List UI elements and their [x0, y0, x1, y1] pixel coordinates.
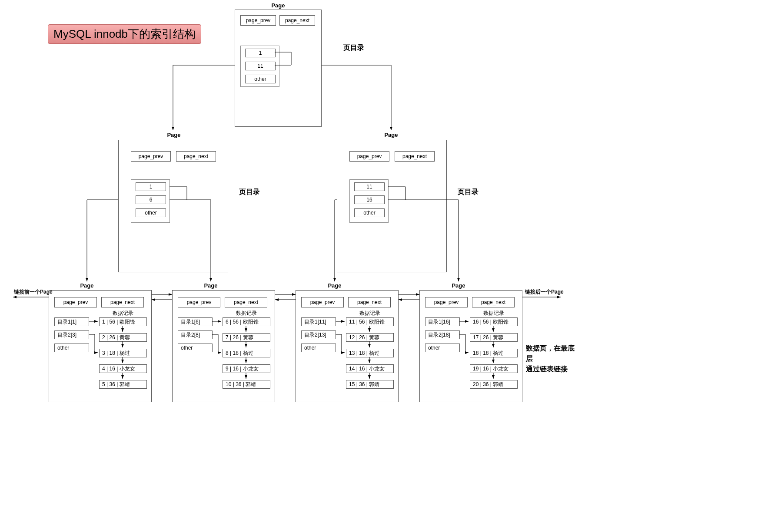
- root-slot-group: 1 11 other: [240, 46, 279, 87]
- mid1-slot-2: other: [354, 208, 385, 217]
- leaf3-row-3: 19 | 16 | 小龙女: [470, 364, 518, 373]
- leaf2-row-4: 15 | 36 | 郭靖: [346, 380, 394, 389]
- leaf2-page-prev: page_prev: [301, 297, 344, 307]
- leaf3-row-0: 16 | 56 | 欧阳锋: [470, 317, 518, 326]
- mid0-slot-group: 1 6 other: [131, 179, 170, 223]
- mid1-slot-1: 16: [354, 195, 385, 204]
- mid0-slot-0: 1: [136, 182, 166, 191]
- note-line1: 数据页，在最底层: [526, 344, 575, 362]
- leaf1-row-4: 10 | 36 | 郭靖: [223, 380, 270, 389]
- mid0-page-label: Page: [161, 132, 187, 138]
- leaf2-page-box: page_prev page_next 数据记录 目录1[11] 目录2[13]…: [296, 290, 399, 402]
- leaf2-row-2: 13 | 18 | 杨过: [346, 349, 394, 357]
- mid1-dir-label: 页目录: [458, 188, 479, 197]
- mid1-slot-group: 11 16 other: [349, 179, 389, 223]
- mid0-slot-1: 6: [136, 195, 166, 204]
- mid0-dir-label: 页目录: [239, 188, 260, 197]
- mid1-slot-0: 11: [354, 182, 385, 191]
- leaf0-dir-2: other: [54, 344, 89, 352]
- leaf1-row-2: 8 | 18 | 杨过: [223, 349, 270, 357]
- leaf3-page-label: Page: [445, 282, 472, 289]
- leaf3-page-next: page_next: [472, 297, 515, 307]
- leaf3-row-1: 17 | 26 | 黄蓉: [470, 333, 518, 342]
- leaf2-page-next: page_next: [348, 297, 391, 307]
- root-dir-label: 页目录: [343, 43, 364, 53]
- leaf1-page-box: page_prev page_next 数据记录 目录1[6] 目录2[8] o…: [172, 290, 275, 402]
- root-page-box: page_prev page_next 1 11 other: [235, 10, 322, 127]
- leaf0-row-3: 4 | 16 | 小龙女: [99, 364, 147, 373]
- title-banner: MySQL innodb下的索引结构: [48, 24, 201, 44]
- leaf1-row-0: 6 | 56 | 欧阳锋: [223, 317, 270, 326]
- leaf2-row-1: 12 | 26 | 黄蓉: [346, 333, 394, 342]
- leaf1-page-next: page_next: [225, 297, 267, 307]
- leaf0-row-2: 3 | 18 | 杨过: [99, 349, 147, 357]
- leaf0-page-prev: page_prev: [54, 297, 97, 307]
- leaf3-record-label: 数据记录: [481, 310, 507, 317]
- note-line2: 通过链表链接: [526, 365, 568, 373]
- leaf1-dir-0: 目录1[6]: [178, 317, 213, 326]
- leaf2-row-0: 11 | 56 | 欧阳锋: [346, 317, 394, 326]
- leaf2-dir-2: other: [301, 344, 336, 352]
- mid0-page-next: page_next: [176, 151, 216, 162]
- root-slot-2: other: [245, 75, 276, 83]
- root-page-next: page_next: [279, 15, 315, 26]
- leaf0-row-0: 1 | 56 | 欧阳锋: [99, 317, 147, 326]
- leaf3-row-2: 18 | 18 | 杨过: [470, 349, 518, 357]
- leaf1-page-label: Page: [198, 282, 224, 289]
- leaf3-dir-1: 目录2[18]: [425, 330, 460, 339]
- leaf3-dir-2: other: [425, 344, 460, 352]
- leaf0-dir-0: 目录1[1]: [54, 317, 89, 326]
- leaf1-dir-1: 目录2[8]: [178, 330, 213, 339]
- leaf2-row-3: 14 | 16 | 小龙女: [346, 364, 394, 373]
- leaf2-page-label: Page: [322, 282, 348, 289]
- leaf3-page-box: page_prev page_next 数据记录 目录1[16] 目录2[18]…: [419, 290, 522, 402]
- leaf2-dir-1: 目录2[13]: [301, 330, 336, 339]
- mid0-page-box: page_prev page_next 1 6 other: [118, 140, 228, 272]
- root-slot-0: 1: [245, 49, 276, 57]
- leaf0-page-label: Page: [74, 282, 100, 289]
- leaf3-dir-0: 目录1[16]: [425, 317, 460, 326]
- leaf2-record-label: 数据记录: [357, 310, 383, 317]
- leaf3-row-4: 20 | 36 | 郭靖: [470, 380, 518, 389]
- leaf1-row-1: 7 | 26 | 黄蓉: [223, 333, 270, 342]
- leaf1-dir-2: other: [178, 344, 213, 352]
- leaf1-page-prev: page_prev: [178, 297, 220, 307]
- leaf0-row-1: 2 | 26 | 黄蓉: [99, 333, 147, 342]
- data-page-note: 数据页，在最底层 通过链表链接: [526, 343, 578, 374]
- leaf3-page-prev: page_prev: [425, 297, 468, 307]
- link-next-label: 链接后一个Page: [525, 288, 564, 296]
- mid0-slot-2: other: [136, 208, 166, 217]
- link-prev-label: 链接前一个Page: [14, 288, 53, 296]
- mid1-page-next: page_next: [395, 151, 435, 162]
- leaf1-record-label: 数据记录: [233, 310, 259, 317]
- root-page-prev: page_prev: [240, 15, 276, 26]
- mid1-page-box: page_prev page_next 11 16 other: [337, 140, 447, 272]
- mid1-page-label: Page: [378, 132, 404, 138]
- leaf2-dir-0: 目录1[11]: [301, 317, 336, 326]
- leaf0-dir-1: 目录2[3]: [54, 330, 89, 339]
- root-page-label: Page: [265, 2, 291, 9]
- mid1-page-prev: page_prev: [349, 151, 389, 162]
- root-slot-1: 11: [245, 62, 276, 70]
- title-text: MySQL innodb下的索引结构: [53, 27, 196, 40]
- leaf1-row-3: 9 | 16 | 小龙女: [223, 364, 270, 373]
- leaf0-row-4: 5 | 36 | 郭靖: [99, 380, 147, 389]
- mid0-page-prev: page_prev: [131, 151, 171, 162]
- leaf0-page-next: page_next: [101, 297, 144, 307]
- leaf0-record-label: 数据记录: [110, 310, 136, 317]
- leaf0-page-box: page_prev page_next 数据记录 目录1[1] 目录2[3] o…: [49, 290, 152, 402]
